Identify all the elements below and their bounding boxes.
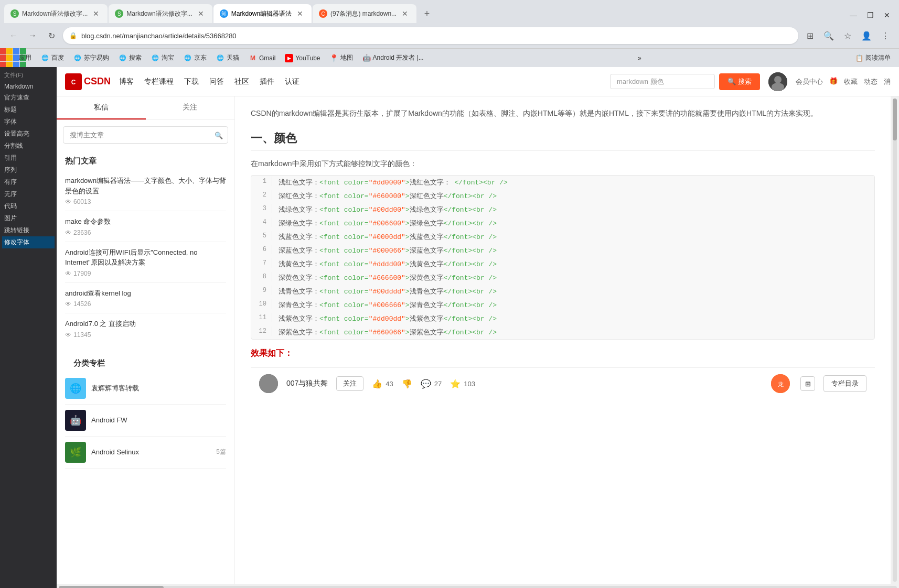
bookmark-gmail[interactable]: M Gmail bbox=[244, 52, 280, 64]
article-views-4: 11345 bbox=[73, 331, 91, 339]
nav-cert[interactable]: 认证 bbox=[285, 75, 299, 89]
bookmark-android[interactable]: 🤖 Android 开发者 |... bbox=[358, 51, 428, 64]
profile-tab-follow[interactable]: 关注 bbox=[146, 96, 235, 119]
extensions-button[interactable]: ⊞ bbox=[802, 28, 817, 43]
window-close-button[interactable]: ✕ bbox=[879, 7, 895, 23]
file-item-sequence[interactable]: 序列 bbox=[2, 164, 55, 176]
tab-3[interactable]: 知 Markdown编辑器语法 ✕ bbox=[213, 4, 312, 23]
gift-icon[interactable]: 🎁 bbox=[829, 77, 838, 86]
file-item-heading[interactable]: 标题 bbox=[2, 104, 55, 116]
menu-button[interactable]: ⋮ bbox=[878, 28, 893, 43]
tab-1-close[interactable]: ✕ bbox=[91, 8, 101, 19]
csdn-search-input[interactable] bbox=[610, 74, 715, 89]
bottom-track[interactable] bbox=[59, 586, 897, 588]
file-item-quote[interactable]: 引用 bbox=[2, 152, 55, 164]
nav-community[interactable]: 社区 bbox=[234, 75, 249, 89]
bookmark-suning-label: 苏宁易购 bbox=[84, 53, 109, 62]
bookmark-baidu[interactable]: 🌐 百度 bbox=[37, 51, 68, 64]
article-views-0: 60013 bbox=[73, 198, 91, 205]
tab-4-close[interactable]: ✕ bbox=[400, 8, 410, 19]
comment-group: 💬 27 bbox=[421, 379, 442, 389]
window-minimize-button[interactable]: — bbox=[846, 7, 861, 23]
bookmark-jd[interactable]: 🌐 京东 bbox=[179, 51, 211, 64]
follow-button[interactable]: 关注 bbox=[336, 376, 363, 391]
tab-3-close[interactable]: ✕ bbox=[295, 8, 305, 19]
profile-tab-messages[interactable]: 私信 bbox=[57, 96, 146, 119]
author-avatar[interactable] bbox=[259, 374, 278, 393]
file-item-link[interactable]: 跳转链接 bbox=[2, 224, 55, 236]
csdn-search-button[interactable]: 🔍 搜索 bbox=[719, 73, 760, 90]
category-item-2[interactable]: 🌿 Android Selinux 5篇 bbox=[65, 437, 226, 469]
csdn-logo[interactable]: C CSDN bbox=[65, 73, 111, 90]
file-item-modify-font[interactable]: 修改字体 bbox=[2, 236, 55, 248]
category-item-1[interactable]: 🤖 Android FW bbox=[65, 405, 226, 437]
file-item-code[interactable]: 代码 bbox=[2, 200, 55, 212]
tab-4[interactable]: C (97条消息) markdown... ✕ bbox=[313, 4, 416, 23]
article-item-0[interactable]: markdown编辑器语法——文字颜色、大小、字体与背景色的设置 👁 60013 bbox=[65, 170, 226, 211]
user-avatar[interactable] bbox=[768, 72, 787, 91]
bookmark-button[interactable]: ☆ bbox=[840, 28, 855, 43]
comment-icon[interactable]: 💬 bbox=[421, 379, 431, 389]
bookmarks-more[interactable]: » bbox=[634, 52, 646, 64]
bookmark-map[interactable]: 📍 地图 bbox=[326, 51, 357, 64]
collect-link[interactable]: 收藏 bbox=[844, 77, 858, 86]
nav-qa[interactable]: 问答 bbox=[209, 75, 224, 89]
article-item-2[interactable]: Android连接可用WIFI后显示"Connected, no Interne… bbox=[65, 242, 226, 283]
line-content-3: 浅绿色文字：<font color="#00dd00">浅绿色文字</font>… bbox=[272, 204, 503, 215]
bottom-thumb[interactable] bbox=[59, 586, 164, 588]
tab-2[interactable]: S Markdown语法修改字... ✕ bbox=[109, 4, 212, 23]
dynamic-link[interactable]: 动态 bbox=[864, 77, 877, 86]
file-item-ordered[interactable]: 有序 bbox=[2, 176, 55, 188]
nav-download[interactable]: 下载 bbox=[184, 75, 199, 89]
bookmark-suning[interactable]: 🌐 苏宁易购 bbox=[69, 51, 113, 64]
apps-icon bbox=[8, 54, 17, 62]
sidebar-search-box: 🔍 bbox=[63, 126, 228, 144]
zoom-button[interactable]: 🔍 bbox=[821, 28, 836, 43]
file-item-highlight[interactable]: 设置高亮 bbox=[2, 128, 55, 140]
tab-2-close[interactable]: ✕ bbox=[196, 8, 206, 19]
file-item-official[interactable]: 官方速查 bbox=[2, 92, 55, 104]
back-button[interactable]: ← bbox=[6, 28, 21, 43]
file-item-divider[interactable]: 分割线 bbox=[2, 140, 55, 152]
expand-icon[interactable]: ⊞ bbox=[800, 376, 815, 391]
file-item-unordered[interactable]: 无序 bbox=[2, 188, 55, 200]
reload-button[interactable]: ↻ bbox=[44, 28, 59, 43]
scroll-thumb[interactable] bbox=[893, 99, 897, 140]
like-icon[interactable]: 👍 bbox=[372, 379, 382, 389]
sidebar-search-input[interactable] bbox=[63, 126, 228, 144]
scroll-track[interactable] bbox=[893, 99, 897, 582]
nav-course[interactable]: 专栏课程 bbox=[144, 75, 174, 89]
dislike-icon[interactable]: 👎 bbox=[402, 379, 412, 389]
file-item-font[interactable]: 字体 bbox=[2, 116, 55, 128]
right-scrollbar[interactable] bbox=[891, 96, 899, 584]
bottom-scrollbar[interactable] bbox=[57, 584, 899, 588]
read-list-button[interactable]: 📋 阅读清单 bbox=[851, 51, 895, 64]
bookmark-search[interactable]: 🌐 搜索 bbox=[114, 51, 146, 64]
profile-button[interactable]: 👤 bbox=[859, 28, 874, 43]
code-line-8: 8 深黄色文字：<font color="#666600">深黄色文字</fon… bbox=[251, 271, 874, 285]
article-item-4[interactable]: Android7.0 之 直接启动 👁 11345 bbox=[65, 313, 226, 344]
bookmark-taobao[interactable]: 🌐 淘宝 bbox=[147, 51, 178, 64]
toc-button[interactable]: 专栏目录 bbox=[823, 375, 866, 392]
new-tab-button[interactable]: + bbox=[418, 4, 436, 23]
article-item-3[interactable]: android查看kernel log 👁 14526 bbox=[65, 283, 226, 314]
tab-1[interactable]: S Markdown语法修改字... ✕ bbox=[4, 4, 108, 23]
bookmark-apps[interactable]: 应用 bbox=[4, 51, 36, 64]
address-input-container[interactable]: 🔒 blog.csdn.net/manjianchao/article/deta… bbox=[63, 27, 798, 44]
bookmark-tianmao-label: 天猫 bbox=[227, 53, 239, 62]
member-center-link[interactable]: 会员中心 bbox=[796, 77, 823, 86]
nav-plugin[interactable]: 插件 bbox=[260, 75, 274, 89]
article-item-1[interactable]: make 命令参数 👁 23636 bbox=[65, 211, 226, 242]
right-author-avatar[interactable]: 龙 bbox=[771, 374, 790, 393]
category-item-0[interactable]: 🌐 袁辉辉博客转载 bbox=[65, 373, 226, 405]
file-item-markdown[interactable]: Markdown bbox=[2, 81, 55, 92]
bookmark-youtube[interactable]: ▶ YouTube bbox=[281, 52, 324, 64]
more-link[interactable]: 消 bbox=[884, 77, 891, 86]
bookmark-tianmao[interactable]: 🌐 天猫 bbox=[212, 51, 243, 64]
window-restore-button[interactable]: ❐ bbox=[862, 7, 878, 23]
nav-blog[interactable]: 博客 bbox=[119, 75, 134, 89]
file-item-image[interactable]: 图片 bbox=[2, 212, 55, 224]
star-icon[interactable]: ⭐ bbox=[450, 379, 461, 389]
line-num-11: 11 bbox=[251, 313, 272, 322]
forward-button[interactable]: → bbox=[25, 28, 40, 43]
